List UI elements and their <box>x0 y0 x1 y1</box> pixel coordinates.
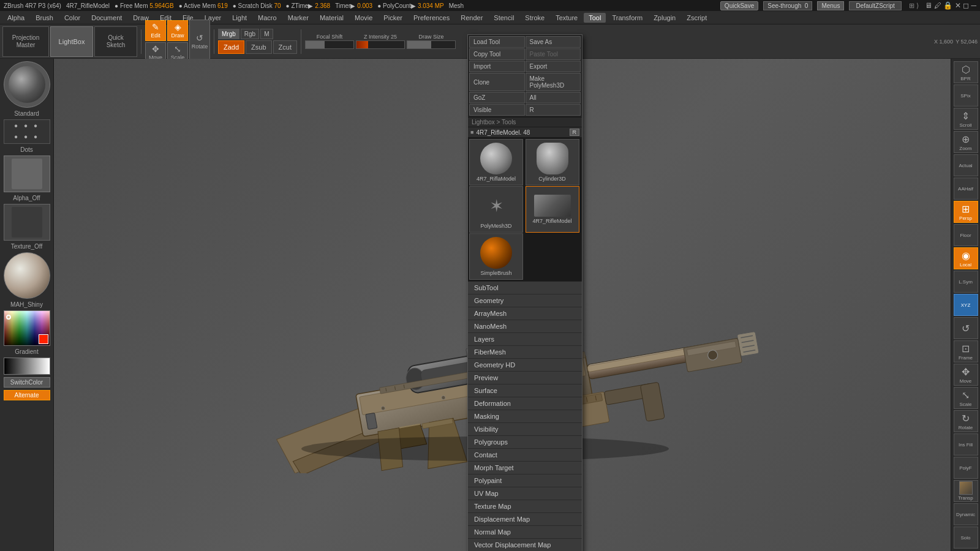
menu-picker[interactable]: Picker <box>379 13 407 23</box>
rotate-view-button[interactable]: ↺ <box>954 317 978 339</box>
menu-light[interactable]: Light <box>227 13 252 23</box>
menu-layers[interactable]: Layers <box>468 333 582 346</box>
quicksave-button[interactable]: QuickSave <box>720 1 758 10</box>
menu-alpha[interactable]: Alpha <box>2 13 29 23</box>
zsub-button[interactable]: Zsub <box>246 40 271 54</box>
edit-button[interactable]: ✎ Edit <box>145 20 166 41</box>
menu-uv-map[interactable]: UV Map <box>468 487 582 500</box>
gradient-swatch[interactable] <box>4 358 50 375</box>
menu-transform[interactable]: Transform <box>607 13 647 23</box>
menu-preview[interactable]: Preview <box>468 372 582 384</box>
r-button[interactable]: R <box>526 104 581 116</box>
switch-color-button[interactable]: SwitchColor <box>4 377 50 388</box>
import-button[interactable]: Import <box>469 61 525 72</box>
draw-size-slider[interactable] <box>407 40 456 49</box>
z-intensity-slider[interactable] <box>356 40 405 49</box>
tool-thumb-rifle1[interactable]: 4R7_RiflaModel <box>469 139 523 186</box>
menu-normal-map[interactable]: Normal Map <box>468 526 582 539</box>
menu-marker[interactable]: Marker <box>283 13 314 23</box>
menu-macro[interactable]: Macro <box>253 13 282 23</box>
brush-preview[interactable] <box>4 61 50 108</box>
zcut-button[interactable]: Zcut <box>273 40 297 54</box>
menus-button[interactable]: Menus <box>817 1 844 10</box>
zoom-button[interactable]: ⊕ Zoom <box>954 131 978 153</box>
tool-thumb-cylinder[interactable]: Cylinder3D <box>526 139 579 186</box>
spix-button[interactable]: SPix <box>954 84 978 107</box>
mrgb-button[interactable]: Mrgb <box>218 29 239 39</box>
menu-arraymesh[interactable]: ArrayMesh <box>468 307 582 320</box>
dots-preview[interactable]: • • •• • • <box>4 119 50 144</box>
make-polymesh-button[interactable]: Make PolyMesh3D <box>526 73 581 91</box>
menu-polypaint[interactable]: Polypaint <box>468 474 582 487</box>
default-zscript-button[interactable]: DefaultZScript <box>849 1 901 10</box>
scroll-button[interactable]: ⇕ Scroll <box>954 108 978 130</box>
menu-fibermesh[interactable]: FiberMesh <box>468 346 582 359</box>
draw-button[interactable]: ◈ Draw <box>167 20 188 41</box>
menu-surface[interactable]: Surface <box>468 384 582 397</box>
material-preview[interactable] <box>4 252 50 299</box>
paste-tool-button[interactable]: Paste Tool <box>526 48 581 60</box>
see-through-button[interactable]: See-through 0 <box>763 1 812 10</box>
rgb-button[interactable]: Rgb <box>241 29 259 39</box>
polyf-button[interactable]: PolyF <box>954 457 978 479</box>
menu-tool[interactable]: Tool <box>584 13 606 23</box>
menu-document[interactable]: Document <box>86 13 127 23</box>
tool-thumb-polymesh[interactable]: ✶ PolyMesh3D <box>469 186 523 233</box>
alpha-preview[interactable] <box>4 156 50 192</box>
menu-zplugin[interactable]: Zplugin <box>649 13 680 23</box>
local-button[interactable]: ◉ Local <box>954 247 978 269</box>
focal-shift-slider[interactable] <box>305 40 354 49</box>
quick-sketch-button[interactable]: QuickSketch <box>94 26 137 57</box>
load-tool-button[interactable]: Load Tool <box>469 36 525 48</box>
transp-button[interactable]: Transp <box>954 480 978 502</box>
copy-tool-button[interactable]: Copy Tool <box>469 48 525 60</box>
lightbox-button[interactable]: LightBox <box>50 26 93 57</box>
visible-button[interactable]: Visible <box>469 104 525 116</box>
menu-polygroups[interactable]: Polygroups <box>468 436 582 449</box>
projection-master-button[interactable]: ProjectionMaster <box>2 26 49 57</box>
menu-geometry[interactable]: Geometry <box>468 294 582 307</box>
color-picker[interactable] <box>4 310 50 346</box>
draw-size-control[interactable]: Draw Size <box>407 34 456 49</box>
tool-thumb-rifle2[interactable]: 4R7_RifleModel <box>526 186 579 233</box>
z-intensity-control[interactable]: Z Intensity 25 <box>356 34 405 49</box>
tool-thumb-simplebrush[interactable]: SimpleBrush <box>469 233 523 280</box>
scale-view-button[interactable]: ⤡ Scale <box>954 387 978 409</box>
menu-texture-map[interactable]: Texture Map <box>468 500 582 513</box>
focal-shift-control[interactable]: Focal Shift <box>305 34 354 49</box>
menu-masking[interactable]: Masking <box>468 410 582 423</box>
menu-visibility[interactable]: Visibility <box>468 423 582 436</box>
lsym-button[interactable]: L.Sym <box>954 271 978 293</box>
menu-nanomesh[interactable]: NanoMesh <box>468 320 582 333</box>
aahalf-button[interactable]: AAHalf <box>954 178 978 200</box>
rotate-button[interactable]: ↺ Rotate <box>189 20 210 64</box>
menu-stencil[interactable]: Stencil <box>489 13 519 23</box>
menu-brush[interactable]: Brush <box>31 13 58 23</box>
clone-button[interactable]: Clone <box>469 73 525 91</box>
menu-stroke[interactable]: Stroke <box>520 13 549 23</box>
menu-contact[interactable]: Contact <box>468 449 582 462</box>
all-button[interactable]: All <box>526 92 581 103</box>
menu-geometry-hd[interactable]: Geometry HD <box>468 359 582 372</box>
menu-render[interactable]: Render <box>456 13 488 23</box>
zadd-button[interactable]: Zadd <box>218 40 244 54</box>
menu-deformation[interactable]: Deformation <box>468 397 582 410</box>
menu-texture[interactable]: Texture <box>551 13 582 23</box>
bpr-button[interactable]: ⬡ BPR <box>954 61 978 83</box>
actual-button[interactable]: Actual <box>954 154 978 176</box>
menu-material[interactable]: Material <box>315 13 349 23</box>
frame-button[interactable]: ⊡ Frame <box>954 340 978 362</box>
menu-morph-target[interactable]: Morph Target <box>468 462 582 474</box>
menu-zscript[interactable]: Zscript <box>682 13 712 23</box>
move-view-button[interactable]: ✥ Move <box>954 364 978 386</box>
persp-button[interactable]: ⊞ Persp <box>954 201 978 223</box>
xyz-button[interactable]: XYZ <box>954 294 978 316</box>
solo-button[interactable]: Solo <box>954 527 978 549</box>
floor-button[interactable]: Floor <box>954 224 978 246</box>
menu-displacement-map[interactable]: Displacement Map <box>468 513 582 526</box>
save-as-button[interactable]: Save As <box>526 36 581 48</box>
menu-movie[interactable]: Movie <box>350 13 377 23</box>
r-label-button[interactable]: R <box>570 129 580 136</box>
menu-subtool[interactable]: SubTool <box>468 282 582 294</box>
goz-button[interactable]: GoZ <box>469 92 525 103</box>
